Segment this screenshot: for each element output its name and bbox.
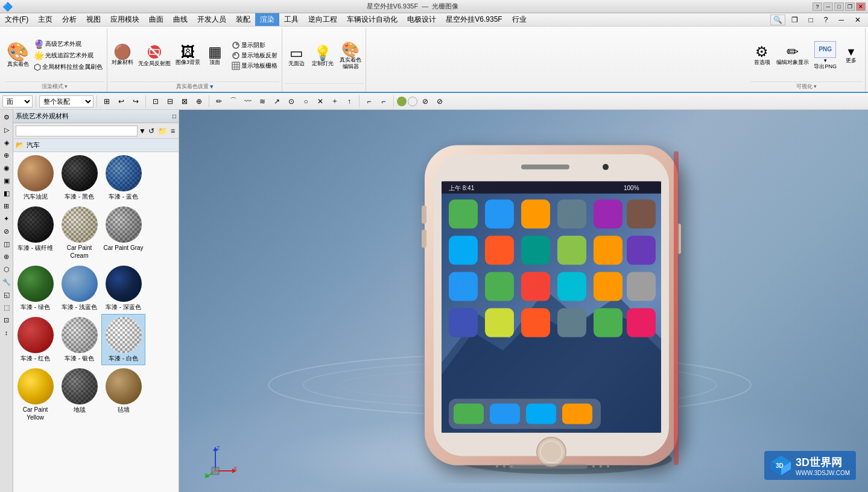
menu-render[interactable]: 渲染 bbox=[255, 13, 279, 26]
titlebar-minimize[interactable]: ─ bbox=[823, 2, 833, 11]
assembly-select[interactable]: 整个装配 bbox=[39, 95, 93, 107]
btn-show-grid[interactable]: 显示地板栅格 bbox=[230, 61, 279, 71]
side-icon-7[interactable]: ⊞ bbox=[1, 200, 13, 212]
tb-btn-22[interactable]: ⊘ bbox=[419, 95, 432, 108]
titlebar-help[interactable]: ? bbox=[813, 2, 822, 11]
btn-more[interactable]: ▼ 更多 bbox=[840, 45, 863, 65]
btn-floor-face[interactable]: ▦ 顶面 bbox=[203, 43, 226, 67]
menu-home[interactable]: 主页 bbox=[33, 13, 57, 26]
menu-reverse[interactable]: 逆向工程 bbox=[303, 13, 342, 26]
side-icon-2[interactable]: ◈ bbox=[1, 136, 13, 149]
side-icon-1[interactable]: ▷ bbox=[1, 124, 13, 136]
tb-btn-1[interactable]: ⊞ bbox=[100, 95, 113, 108]
more-btn[interactable]: ≡ bbox=[169, 127, 176, 135]
btn-edit-obj-display[interactable]: ✏ 编辑对象显示 bbox=[775, 43, 811, 67]
menu-electrode[interactable]: 电极设计 bbox=[402, 13, 441, 26]
material-white[interactable]: 车漆 - 白色 bbox=[101, 314, 145, 365]
menu-assembly[interactable]: 装配 bbox=[231, 13, 255, 26]
tb-btn-6[interactable]: ⊠ bbox=[178, 95, 191, 108]
btn-show-reflect[interactable]: 显示地板反射 bbox=[230, 51, 279, 60]
side-icon-settings[interactable]: ⚙ bbox=[1, 111, 13, 123]
side-icon-3[interactable]: ⊕ bbox=[1, 149, 13, 161]
menu-help[interactable]: ? bbox=[819, 14, 833, 25]
btn-show-shadow[interactable]: 显示阴影 bbox=[230, 40, 279, 50]
tb-btn-13[interactable]: ⊙ bbox=[285, 95, 298, 108]
side-icon-16[interactable]: ⊡ bbox=[1, 314, 13, 326]
tb-btn-21[interactable] bbox=[408, 97, 417, 106]
menu-view[interactable]: 视图 bbox=[81, 13, 106, 26]
menu-vehicle-auto[interactable]: 车辆设计自动化 bbox=[342, 13, 402, 26]
tb-btn-5[interactable]: ⊟ bbox=[163, 95, 177, 108]
material-search[interactable] bbox=[16, 126, 138, 136]
material-ground[interactable]: 地毯 bbox=[57, 365, 101, 424]
tb-btn-12[interactable]: ↗ bbox=[270, 95, 284, 108]
btn-no-reflect[interactable]: 无全局反射图 bbox=[136, 42, 173, 68]
btn-light-trace[interactable]: 🌟光线追踪艺术外观 bbox=[32, 50, 104, 61]
menu-developer[interactable]: 开发人员 bbox=[192, 13, 231, 26]
menu-min[interactable]: ─ bbox=[834, 14, 849, 25]
tb-btn-15[interactable]: ✕ bbox=[314, 95, 327, 108]
tb-btn-8[interactable]: ✏ bbox=[212, 95, 226, 108]
btn-true-color-editor[interactable]: 🎨 真实着色编辑器 bbox=[338, 41, 363, 71]
btn-bg-image[interactable]: 🖼 图像3背景 bbox=[174, 43, 202, 67]
material-green[interactable]: 车漆 - 绿色 bbox=[13, 263, 57, 314]
menu-surface[interactable]: 曲面 bbox=[144, 13, 168, 26]
viewport[interactable]: 上午 8:41 100% bbox=[179, 110, 868, 492]
tb-btn-14[interactable]: ○ bbox=[299, 95, 312, 108]
material-yellow[interactable]: Car Paint Yellow bbox=[13, 365, 57, 424]
titlebar-restore[interactable]: ❐ bbox=[845, 2, 855, 11]
side-icon-15[interactable]: ⬚ bbox=[1, 301, 13, 313]
menu-close[interactable]: ✕ bbox=[850, 14, 866, 25]
tb-btn-10[interactable]: 〰 bbox=[241, 95, 255, 108]
btn-art-exterior[interactable]: 🔮高级艺术外观 bbox=[32, 39, 104, 50]
tb-btn-16[interactable]: ＋ bbox=[328, 95, 341, 108]
side-icon-5[interactable]: ▣ bbox=[1, 174, 13, 187]
btn-all-material[interactable]: ⬡全局材料拉丝金属刷色 bbox=[32, 62, 104, 72]
menu-analysis[interactable]: 分析 bbox=[57, 13, 81, 26]
side-icon-12[interactable]: ⬡ bbox=[1, 263, 13, 275]
material-cream[interactable]: Car Paint Cream bbox=[57, 203, 101, 263]
material-black[interactable]: 车漆 - 黑色 bbox=[57, 152, 101, 203]
material-silver[interactable]: 车漆 - 银色 bbox=[57, 314, 101, 365]
tb-btn-18[interactable]: ⌐ bbox=[363, 95, 376, 108]
material-light-blue[interactable]: 车漆 - 浅蓝色 bbox=[57, 263, 101, 314]
tb-btn-2[interactable]: ↩ bbox=[115, 95, 128, 108]
btn-export-png[interactable]: PNG ▼ 导出PNG bbox=[812, 40, 838, 71]
tb-btn-7[interactable]: ⊕ bbox=[192, 95, 206, 108]
btn-first-option[interactable]: ⚙ 首选项 bbox=[750, 43, 773, 67]
btn-custom-light[interactable]: 💡 定制灯光 bbox=[310, 45, 335, 68]
menu-curve[interactable]: 曲线 bbox=[168, 13, 192, 26]
left-panel-collapse[interactable]: □ bbox=[173, 113, 176, 120]
menu-win-max[interactable]: □ bbox=[804, 14, 818, 25]
titlebar-maximize[interactable]: □ bbox=[834, 2, 844, 11]
refresh-btn[interactable]: ↺ bbox=[147, 127, 156, 135]
side-icon-11[interactable]: ⊛ bbox=[1, 251, 13, 263]
material-carbon[interactable]: 车漆 - 碳纤维 bbox=[13, 203, 57, 263]
tb-btn-23[interactable]: ⊘ bbox=[433, 95, 446, 108]
side-icon-13[interactable]: 🔧 bbox=[1, 276, 13, 288]
search-btn[interactable]: ▼ bbox=[139, 127, 146, 135]
tb-btn-3[interactable]: ↪ bbox=[129, 95, 142, 108]
tb-btn-11[interactable]: ≋ bbox=[256, 95, 269, 108]
material-wall[interactable]: 毡墙 bbox=[101, 365, 145, 424]
menu-tools[interactable]: 工具 bbox=[279, 13, 303, 26]
tb-btn-19[interactable]: ⌐ bbox=[377, 95, 390, 108]
side-icon-8[interactable]: ✦ bbox=[1, 212, 13, 225]
tb-btn-20[interactable] bbox=[397, 97, 407, 106]
material-blue[interactable]: 车漆 - 蓝色 bbox=[101, 152, 145, 203]
material-clay[interactable]: 汽车油泥 bbox=[13, 152, 57, 203]
btn-true-render[interactable]: 🎨 真实着色 bbox=[5, 42, 31, 69]
folder-btn[interactable]: 📁 bbox=[157, 127, 168, 135]
side-icon-10[interactable]: ◫ bbox=[1, 238, 13, 250]
side-icon-4[interactable]: ◉ bbox=[1, 162, 13, 174]
menu-search[interactable]: 🔍 bbox=[770, 14, 785, 25]
view-select[interactable]: 面 bbox=[2, 95, 33, 107]
side-icon-17[interactable]: ↕ bbox=[1, 327, 13, 339]
material-red[interactable]: 车漆 - 红色 bbox=[13, 314, 57, 365]
menu-win-restore[interactable]: ❐ bbox=[787, 14, 803, 25]
titlebar-close[interactable]: ✕ bbox=[856, 2, 866, 11]
side-icon-9[interactable]: ⊘ bbox=[1, 225, 13, 237]
tb-btn-4[interactable]: ⊡ bbox=[149, 95, 162, 108]
menu-app-module[interactable]: 应用模块 bbox=[106, 13, 144, 26]
menu-xingkong[interactable]: 星空外挂V6.935F bbox=[441, 13, 507, 26]
